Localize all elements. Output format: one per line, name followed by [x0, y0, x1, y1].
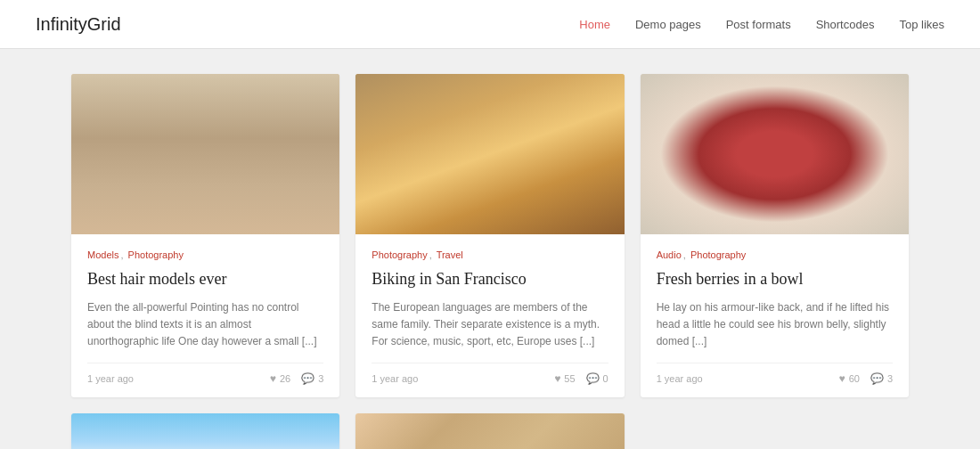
post-card: [355, 413, 624, 449]
main-nav: Home Demo pages Post formats Shortcodes …: [579, 18, 944, 31]
card-footer: 1 year ago ♥ 26 💬 3: [87, 363, 323, 385]
likes-number: 55: [564, 373, 575, 384]
card-image[interactable]: [355, 74, 624, 234]
likes-number: 26: [280, 373, 290, 384]
category-link[interactable]: Photography: [128, 249, 184, 260]
time-ago: 1 year ago: [657, 373, 703, 384]
category-link[interactable]: Audio: [657, 249, 682, 260]
site-header: InfinityGrid Home Demo pages Post format…: [0, 0, 980, 49]
comments-number: 3: [318, 373, 323, 384]
card-meta-icons: ♥ 55 💬 0: [554, 372, 608, 385]
card-categories: Photography, Travel: [372, 249, 608, 262]
nav-home[interactable]: Home: [579, 18, 610, 31]
likes-count: ♥ 60: [839, 372, 860, 385]
logo-text: InfinityGrid: [36, 14, 121, 34]
comments-number: 3: [887, 373, 893, 384]
card-image[interactable]: [641, 74, 909, 234]
card-categories: Audio, Photography: [657, 249, 893, 262]
time-ago: 1 year ago: [372, 373, 418, 384]
comments-count: 💬 3: [301, 372, 323, 385]
comments-count: 💬 3: [870, 372, 893, 385]
comment-icon: 💬: [586, 372, 600, 385]
main-content: Models, Photography Best hair models eve…: [0, 49, 980, 449]
category-separator: ,: [683, 249, 686, 260]
posts-grid: Models, Photography Best hair models eve…: [71, 74, 909, 449]
site-logo[interactable]: InfinityGrid: [36, 14, 121, 35]
category-separator: ,: [120, 249, 123, 260]
card-footer: 1 year ago ♥ 55 💬 0: [372, 363, 608, 385]
post-card: Models, Photography Best hair models eve…: [71, 74, 339, 397]
nav-demo[interactable]: Demo pages: [635, 18, 701, 31]
card-footer: 1 year ago ♥ 60 💬 3: [657, 363, 893, 385]
card-body: Audio, Photography Fresh berries in a bo…: [641, 234, 909, 397]
heart-icon: ♥: [270, 372, 276, 385]
card-image[interactable]: [71, 74, 339, 234]
card-title[interactable]: Biking in San Francisco: [372, 269, 608, 290]
comment-icon: 💬: [870, 372, 884, 385]
heart-icon: ♥: [839, 372, 845, 385]
comments-number: 0: [603, 373, 608, 384]
category-link[interactable]: Photography: [690, 249, 746, 260]
card-excerpt: The European languages are members of th…: [372, 299, 608, 351]
category-link[interactable]: Travel: [437, 249, 463, 260]
card-title[interactable]: Best hair models ever: [87, 269, 323, 290]
nav-top-likes[interactable]: Top likes: [899, 18, 944, 31]
likes-count: ♥ 26: [270, 372, 290, 385]
card-body: Models, Photography Best hair models eve…: [71, 234, 339, 397]
card-image[interactable]: [355, 413, 624, 449]
category-link[interactable]: Models: [87, 249, 118, 260]
card-image[interactable]: [71, 413, 339, 449]
nav-post-formats[interactable]: Post formats: [726, 18, 791, 31]
category-separator: ,: [429, 249, 432, 260]
post-card: Audio, Photography Fresh berries in a bo…: [641, 74, 909, 397]
category-link[interactable]: Photography: [372, 249, 427, 260]
comment-icon: 💬: [301, 372, 314, 385]
card-excerpt: Even the all-powerful Pointing has no co…: [87, 299, 323, 351]
card-categories: Models, Photography: [87, 249, 323, 262]
likes-number: 60: [849, 373, 860, 384]
nav-shortcodes[interactable]: Shortcodes: [816, 18, 875, 31]
card-title[interactable]: Fresh berries in a bowl: [657, 269, 893, 290]
heart-icon: ♥: [554, 372, 560, 385]
post-card: Photography, Travel Biking in San Franci…: [355, 74, 624, 397]
card-excerpt: He lay on his armour-like back, and if h…: [657, 299, 893, 351]
card-body: Photography, Travel Biking in San Franci…: [355, 234, 624, 397]
comments-count: 💬 0: [586, 372, 608, 385]
card-meta-icons: ♥ 26 💬 3: [270, 372, 324, 385]
likes-count: ♥ 55: [554, 372, 575, 385]
post-card: [71, 413, 339, 449]
card-meta-icons: ♥ 60 💬 3: [839, 372, 894, 385]
time-ago: 1 year ago: [87, 373, 134, 384]
